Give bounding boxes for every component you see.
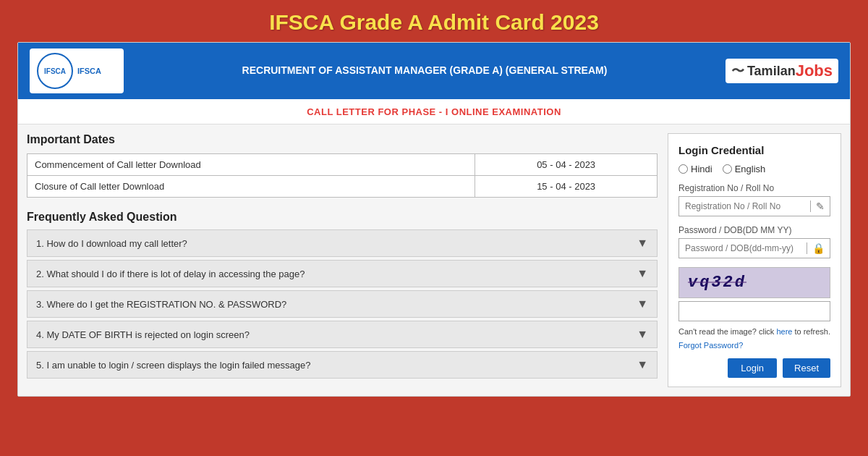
captcha-refresh-link[interactable]: here xyxy=(776,327,792,336)
password-input[interactable] xyxy=(679,239,807,258)
left-panel: Important Dates Commencement of Call let… xyxy=(27,133,668,387)
logo-label: IFSCA xyxy=(77,67,101,75)
faq-item-3[interactable]: 3. Where do I get the REGISTRATION NO. &… xyxy=(27,290,658,318)
login-title: Login Credential xyxy=(678,144,830,156)
chevron-down-icon: ▼ xyxy=(637,358,648,371)
login-panel: Login Credential Hindi English Registrat… xyxy=(668,133,841,387)
language-selector: Hindi English xyxy=(678,164,830,174)
pass-input-group: 🔒 xyxy=(678,238,830,258)
main-card: IFSCA IFSCA RECRUITMENT OF ASSISTANT MAN… xyxy=(17,42,851,397)
header-bar: IFSCA IFSCA RECRUITMENT OF ASSISTANT MAN… xyxy=(18,43,850,99)
sub-header: CALL LETTER FOR PHASE - I ONLINE EXAMINA… xyxy=(18,99,850,124)
table-row: Closure of Call letter Download 15 - 04 … xyxy=(27,176,658,198)
login-button[interactable]: Login xyxy=(728,358,777,378)
faq-question-2: 2. What should I do if there is lot of d… xyxy=(36,269,305,279)
logo-acronym: IFSCA xyxy=(44,67,66,75)
radio-english[interactable] xyxy=(723,164,732,174)
captcha-note-after: to refresh. xyxy=(792,327,830,336)
radio-english-label[interactable]: English xyxy=(723,164,766,174)
faq-question-5: 5. I am unable to login / screen display… xyxy=(36,360,310,371)
registration-input[interactable] xyxy=(679,197,810,216)
reg-input-group: ✎ xyxy=(678,196,830,216)
chevron-down-icon: ▼ xyxy=(637,267,648,280)
jobs-label: Jobs xyxy=(796,62,833,80)
important-dates-table: Commencement of Call letter Download 05 … xyxy=(27,153,658,198)
sub-title: CALL LETTER FOR PHASE - I ONLINE EXAMINA… xyxy=(307,106,561,117)
date-value-2: 15 - 04 - 2023 xyxy=(475,176,658,198)
reset-button[interactable]: Reset xyxy=(783,358,830,378)
logo-box: IFSCA IFSCA xyxy=(30,48,124,93)
page-title-banner: IFSCA Grade A Admit Card 2023 xyxy=(0,0,868,42)
faq-item-4[interactable]: 4. My DATE OF BIRTH is rejected on login… xyxy=(27,321,658,348)
pass-label: Password / DOB(DD MM YY) xyxy=(678,225,830,235)
captcha-input[interactable] xyxy=(678,301,830,321)
radio-hindi[interactable] xyxy=(678,164,688,174)
table-row: Commencement of Call letter Download 05 … xyxy=(27,154,658,176)
important-dates-title: Important Dates xyxy=(27,133,658,146)
tamilan-jobs-logo: 〜 Tamilan Jobs xyxy=(726,59,838,83)
faq-title: Frequently Asked Question xyxy=(27,211,658,224)
lock-icon: 🔒 xyxy=(807,242,830,254)
captcha-image: vq32d xyxy=(678,267,830,298)
faq-item-1[interactable]: 1. How do I download my call letter? ▼ xyxy=(27,229,658,257)
date-label-1: Commencement of Call letter Download xyxy=(27,154,475,176)
faq-item-5[interactable]: 5. I am unable to login / screen display… xyxy=(27,351,658,379)
recruitment-title: RECRUITMENT OF ASSISTANT MANAGER (GRADE … xyxy=(124,64,726,78)
content-area: Important Dates Commencement of Call let… xyxy=(18,124,850,396)
reg-label: Registration No / Roll No xyxy=(678,183,830,193)
date-label-2: Closure of Call letter Download xyxy=(27,176,475,198)
faq-question-1: 1. How do I download my call letter? xyxy=(36,238,187,249)
tamilan-label: Tamilan xyxy=(747,64,796,79)
page-title: IFSCA Grade A Admit Card 2023 xyxy=(7,10,861,35)
chevron-down-icon: ▼ xyxy=(637,297,648,311)
faq-item-2[interactable]: 2. What should I do if there is lot of d… xyxy=(27,260,658,287)
chevron-down-icon: ▼ xyxy=(637,237,648,250)
date-value-1: 05 - 04 - 2023 xyxy=(475,154,658,176)
captcha-note: Can't read the image? click here to refr… xyxy=(678,326,830,338)
forgot-password-link[interactable]: Forgot Password? xyxy=(678,341,830,350)
captcha-note-before: Can't read the image? click xyxy=(678,327,776,336)
faq-question-4: 4. My DATE OF BIRTH is rejected on login… xyxy=(36,329,250,340)
login-btn-row: Login Reset xyxy=(678,358,830,378)
ifsca-logo-circle: IFSCA xyxy=(37,53,73,89)
radio-hindi-label[interactable]: Hindi xyxy=(678,164,712,174)
chevron-down-icon: ▼ xyxy=(637,328,648,341)
faq-question-3: 3. Where do I get the REGISTRATION NO. &… xyxy=(36,299,286,310)
edit-icon: ✎ xyxy=(810,200,830,212)
